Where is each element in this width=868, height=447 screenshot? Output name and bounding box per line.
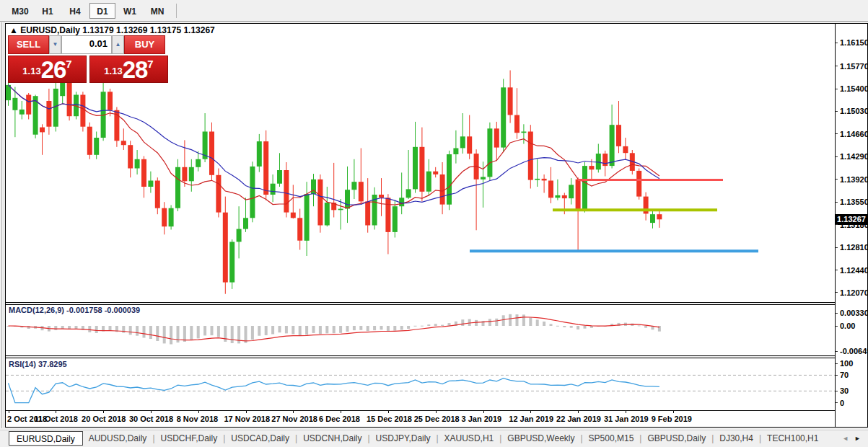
date-axis-label: 31 Jan 2019 xyxy=(604,415,649,423)
date-axis-tick xyxy=(151,411,152,413)
sell-button[interactable]: SELL xyxy=(8,35,49,54)
date-axis-label: 8 Nov 2018 xyxy=(177,415,218,423)
candles xyxy=(6,71,662,294)
date-axis-label: 20 Oct 2018 xyxy=(82,415,126,423)
rsi-axis-label: 30 xyxy=(840,386,849,395)
macd-axis-tick xyxy=(836,351,838,352)
price-axis-label: 1.12070 xyxy=(840,288,868,297)
date-axis-label: 6 Dec 2018 xyxy=(319,415,360,423)
tab-dj30-h4[interactable]: DJ30,H4 xyxy=(714,431,759,446)
macd-axis-tick xyxy=(836,326,838,327)
timeframe-button-w1[interactable]: W1 xyxy=(117,3,143,19)
timeframe-button-mn[interactable]: MN xyxy=(144,3,170,19)
price-axis-tick xyxy=(836,247,838,248)
price-axis-label: 1.14290 xyxy=(840,152,868,161)
date-axis-tick xyxy=(56,411,56,413)
tab-sp500-m15[interactable]: SP500,M15 xyxy=(583,431,640,446)
tab-eurusd-daily[interactable]: EURUSD,Daily xyxy=(9,431,83,446)
date-axis-label: 12 Jan 2019 xyxy=(509,415,553,423)
date-axis-tick xyxy=(578,411,579,413)
tab-tech100-h1[interactable]: TECH100,H1 xyxy=(761,431,824,446)
date-axis-label: 9 Feb 2019 xyxy=(652,415,692,423)
chart-window: ▲ EURUSD,Daily 1.13179 1.13269 1.13175 1… xyxy=(5,23,868,428)
timeframe-button-h4[interactable]: H4 xyxy=(62,3,88,19)
tab-xauusd-h1[interactable]: XAUUSD,H1 xyxy=(439,431,500,446)
date-axis-label: 11 Oct 2018 xyxy=(34,415,78,423)
tab-gbpusd-daily[interactable]: GBPUSD,Daily xyxy=(641,431,711,446)
sell-price-prefix: 1.13 xyxy=(22,62,40,81)
date-axis-tick xyxy=(436,411,437,413)
rsi-axis-tick xyxy=(836,402,838,403)
rsi-axis-tick xyxy=(836,375,838,376)
price-axis-tick xyxy=(836,66,838,66)
volume-input[interactable]: 0.01 xyxy=(61,35,112,54)
date-axis-tick xyxy=(388,411,389,413)
buy-price-box[interactable]: 1.13287 xyxy=(89,56,168,83)
tab-scroll-arrows: ◄► xyxy=(839,435,864,442)
timeframe-toolbar: M30H1H4D1W1MN xyxy=(0,0,868,22)
volume-decrease-button[interactable]: ▼ xyxy=(49,35,61,54)
sell-price-pip: 7 xyxy=(66,59,71,69)
date-axis-tick xyxy=(198,411,199,413)
tab-usdjpy-daily[interactable]: USDJPY,Daily xyxy=(370,431,437,446)
sell-price-box[interactable]: 1.13267 xyxy=(8,56,87,83)
tab-usdcad-daily[interactable]: USDCAD,Daily xyxy=(225,431,295,446)
date-axis-tick xyxy=(246,411,247,413)
price-axis-label: 1.16150 xyxy=(840,38,868,47)
buy-button[interactable]: BUY xyxy=(124,35,165,54)
tab-audusd-daily[interactable]: AUDUSD,Daily xyxy=(83,431,153,446)
macd-histogram xyxy=(7,314,661,345)
price-axis-tick xyxy=(836,224,838,225)
tab-usdchf-daily[interactable]: USDCHF,Daily xyxy=(155,431,224,446)
rsi-axis-tick xyxy=(836,363,838,364)
price-axis-label: 1.13550 xyxy=(840,198,868,206)
date-axis-label: 3 Jan 2019 xyxy=(462,415,502,423)
rsi-axis-label: 0 xyxy=(840,399,844,407)
date-axis-label: 17 Nov 2018 xyxy=(224,415,271,423)
date-axis-tick xyxy=(103,411,104,413)
chevron-down-icon: ▼ xyxy=(53,41,58,48)
price-axis-tick xyxy=(836,133,838,134)
date-axis-label: 25 Dec 2018 xyxy=(414,415,460,423)
timeframe-button-d1[interactable]: D1 xyxy=(89,3,115,19)
date-axis-tick xyxy=(483,411,484,413)
price-axis-label: 1.12810 xyxy=(840,243,868,252)
date-axis-tick xyxy=(9,411,9,413)
tab-usdcnh-daily[interactable]: USDCNH,Daily xyxy=(297,431,367,446)
price-axis-label: 1.13920 xyxy=(840,175,868,184)
volume-increase-button[interactable]: ▲ xyxy=(112,35,124,54)
price-axis-tick xyxy=(836,270,838,270)
date-axis-tick xyxy=(341,411,341,413)
buy-price-pip: 7 xyxy=(147,59,153,69)
buy-price-main: 28 xyxy=(123,59,148,81)
sell-price-main: 26 xyxy=(41,59,66,81)
date-axis-tick xyxy=(293,411,294,413)
price-axis-tick xyxy=(836,156,838,157)
price-axis-tick xyxy=(836,89,838,89)
tab-scroll-left-icon[interactable]: ◄ xyxy=(839,435,851,442)
price-axis[interactable]: 1.13267 1.161501.157701.154001.150301.14… xyxy=(836,24,867,427)
price-axis-label: 1.12440 xyxy=(840,266,868,275)
horizontal-line-objects[interactable] xyxy=(470,180,758,252)
date-axis-label: 22 Jan 2019 xyxy=(556,415,601,423)
tab-gbpusd-weekly[interactable]: GBPUSD,Weekly xyxy=(501,431,580,446)
timeframe-button-h1[interactable]: H1 xyxy=(35,3,61,19)
macd-axis-tick xyxy=(836,313,838,314)
macd-axis-label: 0.00 xyxy=(840,322,855,330)
price-axis-label: 1.15030 xyxy=(840,107,868,115)
rsi-line xyxy=(9,379,659,403)
date-axis[interactable]: 2 Oct 201811 Oct 201820 Oct 201830 Oct 2… xyxy=(6,411,835,427)
chart-ohlc-values: 1.13179 1.13269 1.13175 1.13267 xyxy=(82,25,215,35)
date-axis-tick xyxy=(530,411,531,413)
price-axis-label: 1.14660 xyxy=(840,130,868,138)
mt4-terminal: M30H1H4D1W1MN ▲ EURUSD,Daily 1.13179 1.1… xyxy=(0,0,868,447)
tab-scroll-right-icon[interactable]: ► xyxy=(851,435,864,442)
macd-label: MACD(12,26,9) -0.001758 -0.000039 xyxy=(9,306,140,314)
price-axis-tick xyxy=(836,111,838,112)
date-axis-label: 27 Nov 2018 xyxy=(271,415,317,423)
timeframe-button-m30[interactable]: M30 xyxy=(7,3,33,19)
rsi-indicator-panel[interactable] xyxy=(6,358,835,410)
chart-symbol-period: EURUSD,Daily xyxy=(20,25,80,35)
price-axis-label: 1.13180 xyxy=(840,221,868,229)
collapse-trade-panel-icon[interactable]: ▲ xyxy=(9,25,18,35)
